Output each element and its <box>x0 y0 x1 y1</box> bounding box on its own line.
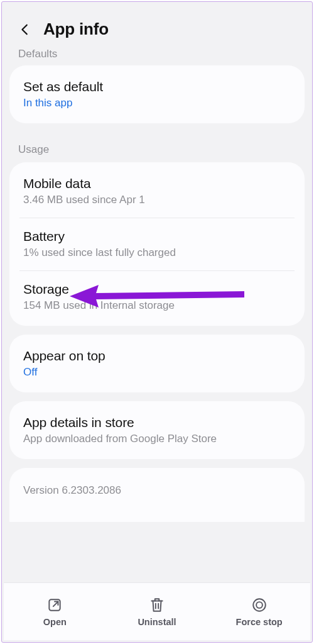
row-mobile-data[interactable]: Mobile data 3.46 MB used since Apr 1 <box>9 165 305 218</box>
trash-icon <box>149 597 165 613</box>
row-title: Mobile data <box>23 176 291 191</box>
row-sub: 1% used since last fully charged <box>23 247 291 259</box>
row-sub: 3.46 MB used since Apr 1 <box>23 194 291 206</box>
row-title: App details in store <box>23 415 291 430</box>
row-set-as-default[interactable]: Set as default In this app <box>9 68 305 121</box>
row-title: Storage <box>23 282 291 297</box>
card-app-details: App details in store App downloaded from… <box>9 401 305 459</box>
chevron-left-icon <box>18 23 32 36</box>
back-button[interactable] <box>17 21 33 38</box>
uninstall-label: Uninstall <box>138 617 176 627</box>
open-button[interactable]: Open <box>4 583 106 640</box>
stop-icon <box>251 597 268 613</box>
section-label-defaults: Defaults <box>9 48 305 65</box>
card-defaults: Set as default In this app <box>9 65 305 123</box>
row-storage[interactable]: Storage 154 MB used in Internal storage <box>9 270 305 323</box>
card-usage: Mobile data 3.46 MB used since Apr 1 Bat… <box>9 162 305 326</box>
open-label: Open <box>43 617 67 627</box>
svg-line-2 <box>53 601 58 606</box>
row-sub: Off <box>23 366 291 379</box>
svg-point-6 <box>256 602 263 608</box>
open-icon <box>46 597 63 613</box>
force-stop-button[interactable]: Force stop <box>208 583 310 640</box>
svg-point-5 <box>253 599 266 611</box>
uninstall-button[interactable]: Uninstall <box>106 583 208 640</box>
section-label-usage: Usage <box>9 132 305 162</box>
row-title: Battery <box>23 229 291 244</box>
page-title: App info <box>43 19 109 39</box>
row-appear-on-top[interactable]: Appear on top Off <box>9 337 305 390</box>
card-version: Version 6.2303.2086 <box>9 468 305 522</box>
card-appear-on-top: Appear on top Off <box>9 335 305 392</box>
bottom-bar: Open Uninstall Force stop <box>4 582 310 640</box>
row-title: Appear on top <box>23 348 291 364</box>
row-sub: App downloaded from Google Play Store <box>23 433 291 445</box>
version-text: Version 6.2303.2086 <box>23 484 291 497</box>
row-app-details[interactable]: App details in store App downloaded from… <box>9 404 305 457</box>
force-stop-label: Force stop <box>236 617 283 627</box>
row-battery[interactable]: Battery 1% used since last fully charged <box>9 218 305 270</box>
row-sub: 154 MB used in Internal storage <box>23 299 291 312</box>
header: App info <box>9 9 305 53</box>
row-sub: In this app <box>23 97 291 109</box>
row-title: Set as default <box>23 79 291 94</box>
